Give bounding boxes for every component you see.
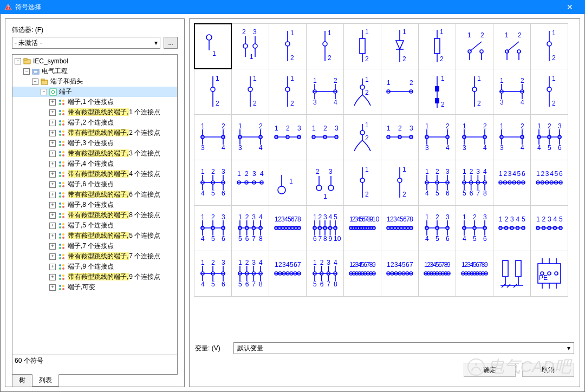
expand-icon[interactable]: −: [15, 58, 21, 64]
symbol-cell[interactable]: 1324: [194, 114, 232, 160]
symbol-cell[interactable]: 142536: [418, 160, 456, 206]
tree-row[interactable]: +端子,2 个连接点: [12, 117, 177, 128]
tree-row[interactable]: +端子,9 个连接点: [12, 262, 177, 272]
symbol-cell[interactable]: 12: [231, 69, 269, 115]
symbol-cell[interactable]: 123: [306, 114, 344, 160]
tree-row[interactable]: +带有鞍型跳线的端子,2 个连接点: [12, 128, 177, 138]
ok-button[interactable]: 确定: [464, 363, 516, 377]
symbol-cell[interactable]: 1324: [456, 114, 493, 160]
expand-icon[interactable]: +: [49, 161, 56, 167]
expand-icon[interactable]: +: [49, 202, 56, 208]
symbol-cell[interactable]: 231: [306, 160, 344, 206]
tree-row[interactable]: +端子,可变: [12, 282, 177, 292]
tree-row[interactable]: +带有鞍型跳线的端子,4 个连接点: [12, 169, 177, 179]
expand-icon[interactable]: −: [23, 68, 30, 75]
symbol-cell[interactable]: 12: [456, 23, 493, 69]
symbol-cell[interactable]: 123456789: [418, 251, 456, 297]
expand-icon[interactable]: +: [49, 243, 56, 250]
symbol-cell[interactable]: 12345: [530, 205, 568, 251]
symbol-cell[interactable]: 12: [381, 69, 419, 115]
symbol-cell[interactable]: PE: [530, 251, 568, 297]
expand-icon[interactable]: +: [49, 181, 56, 188]
symbol-cell[interactable]: [493, 251, 531, 297]
close-button[interactable]: ✕: [559, 3, 581, 11]
tree-row[interactable]: +带有鞍型跳线的端子,6 个连接点: [12, 190, 177, 200]
expand-icon[interactable]: +: [49, 223, 56, 229]
tree-row[interactable]: −IEC_symbol: [12, 56, 177, 66]
symbol-grid-wrap[interactable]: 1231121212121212121212121213241212121213…: [194, 23, 575, 337]
filter-select[interactable]: - 未激活 - ▾: [12, 37, 160, 49]
expand-icon[interactable]: +: [49, 253, 56, 260]
symbol-cell[interactable]: 16273849510: [306, 205, 344, 251]
expand-icon[interactable]: +: [49, 192, 56, 198]
symbol-cell[interactable]: 15263748: [306, 251, 344, 297]
symbol-cell[interactable]: 12: [381, 160, 419, 206]
symbol-cell[interactable]: 12: [343, 69, 381, 115]
tree-row[interactable]: +带有鞍型跳线的端子,7 个连接点: [12, 251, 177, 262]
filter-ext-button[interactable]: ...: [164, 37, 178, 49]
symbol-cell[interactable]: 12: [381, 23, 419, 69]
symbol-cell[interactable]: 1234567: [269, 251, 307, 297]
tree-row[interactable]: +端子,8 个连接点: [12, 200, 177, 210]
symbol-cell[interactable]: 12: [194, 69, 232, 115]
tree-row[interactable]: +端子,4 个连接点: [12, 159, 177, 169]
symbol-cell[interactable]: 1324: [493, 114, 531, 160]
symbol-cell[interactable]: 12: [530, 69, 568, 115]
symbol-cell[interactable]: 12: [530, 23, 568, 69]
symbol-cell[interactable]: 15263748: [231, 205, 269, 251]
expand-icon[interactable]: +: [49, 233, 56, 239]
symbol-cell[interactable]: 15263748: [231, 251, 269, 297]
symbol-cell[interactable]: 142536: [194, 160, 232, 206]
symbol-cell[interactable]: 12: [269, 69, 307, 115]
tree-row[interactable]: +带有鞍型跳线的端子,5 个连接点: [12, 231, 177, 241]
symbol-cell[interactable]: 12345678: [381, 205, 419, 251]
symbol-cell[interactable]: 1324: [418, 114, 456, 160]
tree-row[interactable]: +带有鞍型跳线的端子,8 个连接点: [12, 210, 177, 220]
expand-icon[interactable]: +: [49, 171, 56, 178]
symbol-cell[interactable]: 142536: [530, 114, 568, 160]
symbol-cell[interactable]: 12: [456, 69, 493, 115]
symbol-cell[interactable]: 12: [418, 23, 456, 69]
tree[interactable]: −IEC_symbol−电气工程−端子和插头−端子+端子,1 个连接点+带有鞍型…: [12, 54, 178, 355]
symbol-cell[interactable]: 12: [418, 69, 456, 115]
symbol-cell[interactable]: 123: [269, 114, 307, 160]
symbol-cell[interactable]: 142536: [194, 205, 232, 251]
tree-row[interactable]: +带有鞍型跳线的端子,1 个连接点: [12, 107, 177, 117]
cancel-button[interactable]: 取消: [522, 363, 574, 377]
tree-row[interactable]: +带有鞍型跳线的端子,3 个连接点: [12, 148, 177, 159]
tab-list[interactable]: 列表: [32, 374, 59, 387]
symbol-cell[interactable]: 12345: [493, 205, 531, 251]
tree-row[interactable]: +端子,6 个连接点: [12, 179, 177, 190]
symbol-cell[interactable]: 12: [493, 23, 531, 69]
symbol-cell[interactable]: 123456: [493, 160, 531, 206]
expand-icon[interactable]: +: [49, 274, 56, 280]
symbol-cell[interactable]: 15263748: [456, 160, 493, 206]
symbol-cell[interactable]: 1: [194, 23, 232, 69]
symbol-cell[interactable]: 1234: [231, 160, 269, 206]
expand-icon[interactable]: −: [32, 79, 38, 85]
symbol-cell[interactable]: 142536: [418, 205, 456, 251]
expand-icon[interactable]: +: [49, 151, 56, 157]
tree-row[interactable]: −端子和插头: [12, 76, 177, 87]
symbol-cell[interactable]: 231: [231, 23, 269, 69]
symbol-cell[interactable]: 12345678: [269, 205, 307, 251]
tree-row[interactable]: +端子,3 个连接点: [12, 138, 177, 148]
symbol-cell[interactable]: 1324: [306, 69, 344, 115]
symbol-cell[interactable]: 123456789: [456, 251, 493, 297]
expand-icon[interactable]: +: [49, 284, 56, 291]
symbol-cell[interactable]: 12: [343, 23, 381, 69]
tree-row[interactable]: −端子: [12, 87, 177, 97]
symbol-cell[interactable]: 1324: [231, 114, 269, 160]
tree-row[interactable]: +带有鞍型跳线的端子,9 个连接点: [12, 272, 177, 282]
symbol-cell[interactable]: 123456: [530, 160, 568, 206]
symbol-cell[interactable]: 123456789: [343, 251, 381, 297]
symbol-cell[interactable]: 12: [343, 114, 381, 160]
symbol-cell[interactable]: 12345678910: [343, 205, 381, 251]
tree-row[interactable]: +端子,1 个连接点: [12, 97, 177, 107]
expand-icon[interactable]: +: [49, 212, 56, 219]
expand-icon[interactable]: −: [41, 89, 47, 95]
symbol-cell[interactable]: 142536: [194, 251, 232, 297]
symbol-cell[interactable]: 12: [269, 23, 307, 69]
symbol-cell[interactable]: 1324: [493, 69, 531, 115]
expand-icon[interactable]: +: [49, 120, 56, 126]
